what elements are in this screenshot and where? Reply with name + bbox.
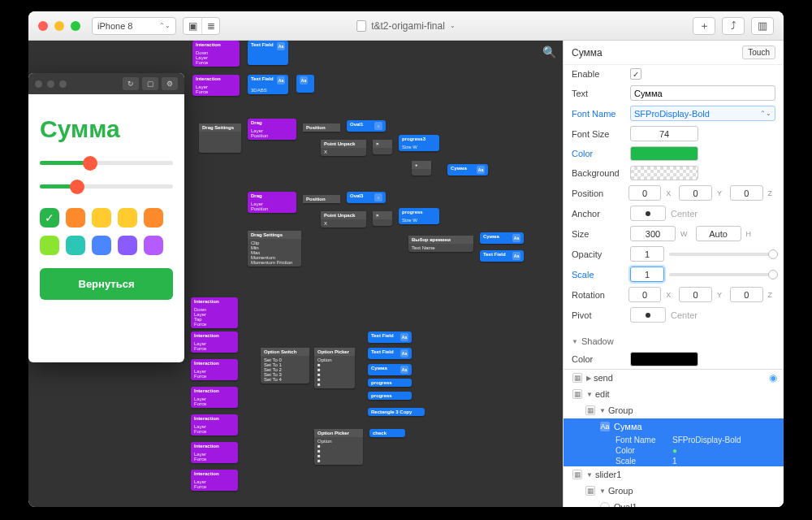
patch-interaction[interactable]: InteractionDownLayerTapForce [191,297,238,328]
visibility-icon[interactable]: ◉ [769,372,777,384]
patch-drag[interactable]: Drag LayerPosition [248,192,296,213]
patch-interaction[interactable]: Interaction LayerForce [192,75,240,96]
patch-option-picker[interactable]: Option Picker Option■■■■ [314,429,363,465]
color-well[interactable] [630,146,698,161]
position-z-input[interactable]: 0 [730,185,763,201]
device-select[interactable]: iPhone 8 ⌃⌄ [92,17,176,35]
search-icon[interactable]: 🔍 [542,46,556,58]
opacity-slider[interactable] [669,253,775,256]
fontsize-input[interactable]: 74 [630,126,698,141]
swatch[interactable] [118,208,137,228]
patch-point-unpack[interactable]: Point UnpackX [321,140,366,156]
size-h-input[interactable]: Auto [696,226,741,241]
rotation-z-input[interactable]: 0 [730,287,763,302]
patch-interaction[interactable]: InteractionLayerForce [191,332,238,353]
patch-option-picker[interactable]: Option Picker Option■■■■■ [314,348,355,388]
patch-canvas-label[interactable]: СуммаAa [480,232,524,244]
patch-interaction[interactable]: Interaction DownLayerForce [192,41,240,67]
preview-restart-button[interactable]: ↻ [123,77,139,90]
patch-interaction[interactable]: InteractionLayerForce [191,359,238,380]
patch-summa[interactable]: СуммаAa [447,164,488,176]
size-w-input[interactable]: 300 [630,226,676,241]
text-input[interactable] [630,85,775,101]
add-button[interactable]: ＋ [693,17,715,35]
preview-settings-button[interactable]: ⚙ [162,77,178,90]
outline-row-group2[interactable]: ▦ ▼ Group [564,483,784,499]
swatch[interactable] [118,236,137,255]
patch-text-field[interactable]: Text FieldAa 3DABS [248,75,288,94]
outline-row-selected[interactable]: Aa Сумма [564,418,784,435]
preview-back-button[interactable]: Вернуться [40,268,173,300]
swatch[interactable] [92,236,111,255]
patch-oval1[interactable]: Oval1○ [347,120,386,132]
background-well[interactable] [630,166,698,180]
swatch[interactable] [144,208,163,228]
patch-progress[interactable]: progress [368,379,412,387]
outline-row-group[interactable]: ▦ ▼ Group [564,402,784,418]
patch-progress[interactable]: progress [368,392,412,400]
position-y-input[interactable]: 0 [679,185,712,201]
close-icon[interactable] [38,21,48,31]
outline-row-edit[interactable]: ▦ ▼ edit [564,386,784,402]
patch-drag[interactable]: Drag LayerPosition [248,119,296,140]
swatch[interactable] [144,236,163,255]
patch-point-unpack[interactable]: Point UnpackX [321,211,366,228]
outline-row-send[interactable]: ▦ ▶ send ◉ [564,370,784,386]
swatch[interactable] [40,236,59,255]
enable-checkbox[interactable]: ✓ [630,68,641,80]
list-icon[interactable]: ≣ [201,18,219,34]
zoom-icon[interactable] [71,21,80,31]
patch-math[interactable]: + [412,161,431,176]
swatch[interactable] [92,208,111,228]
patch-progress[interactable]: progressSize W [399,208,439,224]
patch-interaction[interactable]: InteractionLayerForce [191,470,238,491]
preview-slider-2[interactable] [40,184,173,188]
patch-drag-settings[interactable]: Drag Settings [199,124,241,153]
shadow-section[interactable]: ▼Shadow [564,333,784,349]
preview-slider-1[interactable] [40,161,173,165]
patch-oval3[interactable]: Oval3○ [347,192,386,203]
patch-math[interactable]: × [373,211,392,226]
fontname-select[interactable]: SFProDisplay-Bold ⌃⌄ [630,106,775,121]
patch-option-switch[interactable]: Option Switch Set To 0Set To 1Set To 2Se… [261,348,309,384]
outline-row-oval1[interactable]: Oval1 [564,499,784,507]
scale-slider[interactable] [669,273,775,276]
patch-text-preview[interactable]: Aa [296,75,314,93]
patch-position[interactable]: Position [303,195,340,203]
outline-row-slider1[interactable]: ▦ ▼ slider1 [564,466,784,483]
patch-canvas-label[interactable]: СуммаAa [368,364,412,375]
patch-text-field[interactable]: Text FieldAa [480,250,524,262]
opacity-input[interactable]: 1 [630,246,664,262]
share-button[interactable]: ⤴ [722,17,745,35]
rotation-x-input[interactable]: 0 [628,287,662,302]
patch-text-field[interactable]: Text FieldAa [368,348,412,359]
patch-interaction[interactable]: InteractionLayerForce [191,442,238,463]
rotation-y-input[interactable]: 0 [679,287,712,302]
position-x-input[interactable]: 0 [628,185,662,201]
scale-input[interactable]: 1 [630,266,664,282]
patch-text-field[interactable]: Text FieldAa [368,332,412,343]
panels-button[interactable]: ▥ [751,17,774,35]
patch-check[interactable]: check [369,429,405,437]
grid-icon[interactable]: ▣ [184,18,201,34]
pivot-picker[interactable] [630,307,666,323]
patch-math[interactable]: × [373,140,392,154]
minimize-icon[interactable] [54,21,64,31]
patch-drag-settings2[interactable]: Drag Settings ClipMinMaxMomentumMomentum… [248,231,301,266]
patch-group[interactable]: Выбор времениText Name [408,236,473,252]
patch-canvas[interactable]: 🔍 ↻ ▢ ⚙ Сумма [28,41,563,507]
patch-position[interactable]: Position [303,124,340,132]
swatch[interactable]: ✓ [40,208,59,228]
patch-text-field[interactable]: Text FieldAa [248,41,288,65]
preview-record-button[interactable]: ▢ [142,77,158,90]
swatch[interactable] [66,208,85,228]
patch-interaction[interactable]: InteractionLayerForce [191,387,238,408]
patch-interaction[interactable]: InteractionLayerForce [191,414,238,436]
view-mode-segment[interactable]: ▣ ≣ [183,17,220,35]
patch-rectangle[interactable]: Rectangle 3 Copy [368,408,425,416]
touch-button[interactable]: Touch [742,46,775,59]
chevron-down-icon[interactable]: ⌄ [450,22,456,29]
anchor-picker[interactable] [630,206,666,221]
swatch[interactable] [66,236,85,255]
shadow-color-well[interactable] [630,352,698,366]
